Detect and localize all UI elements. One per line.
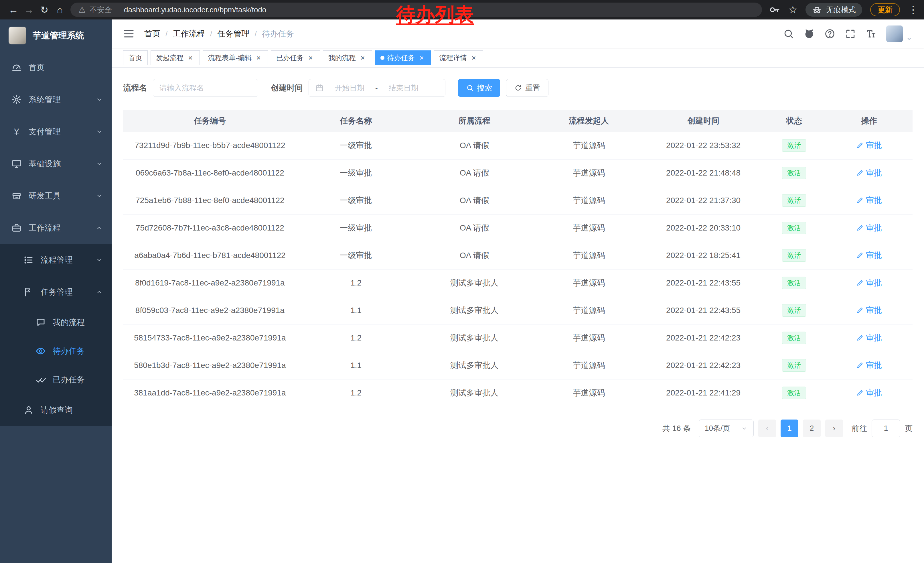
table-row: 381aa1dd-7ac8-11ec-a9e2-a2380e71991a1.2测…	[123, 379, 912, 407]
bookmark-star-icon[interactable]: ☆	[788, 4, 798, 16]
create-time-label: 创建时间	[271, 83, 303, 93]
browser-reload-icon[interactable]: ↻	[37, 2, 52, 18]
tab-label: 待办任务	[387, 53, 415, 62]
active-tab-dot	[380, 56, 384, 60]
url-text: dashboard.yudao.iocoder.cn/bpm/task/todo	[124, 6, 266, 14]
page-size-select[interactable]: 10条/页	[699, 419, 754, 437]
approve-link[interactable]: 审批	[856, 250, 882, 261]
approve-link[interactable]: 审批	[856, 195, 882, 206]
chat-icon	[36, 317, 46, 327]
sidebar-item-task-management[interactable]: 任务管理	[0, 276, 112, 308]
end-date-input[interactable]	[381, 84, 426, 93]
sidebar-item-process-management[interactable]: 流程管理	[0, 244, 112, 276]
sidebar-item-my-process[interactable]: 我的流程	[0, 308, 112, 337]
prev-page-button[interactable]: ‹	[758, 419, 776, 437]
approve-link[interactable]: 审批	[856, 360, 882, 371]
approve-link-label: 审批	[866, 140, 882, 151]
close-icon[interactable]: ×	[255, 54, 262, 62]
sidebar-item-infrastructure[interactable]: 基础设施	[0, 148, 112, 180]
breadcrumb-item[interactable]: 任务管理	[218, 29, 250, 39]
breadcrumb-item[interactable]: 首页	[144, 29, 160, 39]
font-size-icon[interactable]	[866, 29, 876, 39]
sidebar-item-todo-tasks[interactable]: 待办任务	[0, 337, 112, 365]
cell-action: 审批	[826, 352, 912, 379]
password-key-icon[interactable]	[769, 4, 780, 15]
goto-page-field[interactable]	[872, 419, 900, 437]
cell-starter: 芋道源码	[534, 269, 644, 297]
cell-process: 测试多审批人	[415, 379, 534, 407]
sidebar-item-done-tasks[interactable]: 已办任务	[0, 365, 112, 394]
sidebar-item-label: 工作流程	[28, 222, 89, 233]
sidebar-item-workflow[interactable]: 工作流程	[0, 212, 112, 244]
search-button[interactable]: 搜索	[458, 79, 500, 97]
gear-icon	[12, 95, 22, 105]
approve-link[interactable]: 审批	[856, 387, 882, 398]
tab-done-tasks[interactable]: 已办任务×	[271, 50, 320, 65]
cell-process: 测试多审批人	[415, 352, 534, 379]
cell-action: 审批	[826, 132, 912, 159]
tab-my-process[interactable]: 我的流程×	[323, 50, 372, 65]
process-name-field[interactable]	[153, 79, 258, 97]
address-divider	[118, 6, 118, 14]
process-name-input[interactable]	[159, 84, 252, 93]
close-icon[interactable]: ×	[418, 54, 426, 62]
browser-back-icon[interactable]: ←	[6, 2, 21, 18]
tab-process-form-edit[interactable]: 流程表单-编辑×	[202, 50, 268, 65]
approve-link[interactable]: 审批	[856, 222, 882, 233]
incognito-icon	[812, 5, 822, 15]
chevron-down-icon	[741, 425, 748, 432]
approve-link[interactable]: 审批	[856, 332, 882, 343]
breadcrumb-separator: /	[255, 29, 257, 38]
sidebar-item-label: 首页	[28, 62, 103, 73]
tab-todo-tasks[interactable]: 待办任务×	[375, 50, 431, 65]
edit-icon	[856, 142, 864, 149]
close-icon[interactable]: ×	[186, 54, 194, 62]
tab-home[interactable]: 首页	[123, 50, 148, 65]
date-range-picker[interactable]: -	[309, 79, 446, 97]
approve-link[interactable]: 审批	[856, 305, 882, 316]
tab-label: 已办任务	[276, 53, 304, 62]
search-icon[interactable]	[783, 29, 794, 39]
sidebar-item-payment-management[interactable]: ¥支付管理	[0, 116, 112, 148]
approve-link[interactable]: 审批	[856, 168, 882, 179]
cell-task-name: 1.1	[297, 297, 416, 324]
sidebar-item-dev-tools[interactable]: 研发工具	[0, 180, 112, 212]
github-icon[interactable]	[804, 29, 814, 39]
update-button[interactable]: 更新	[870, 3, 900, 17]
browser-forward-icon[interactable]: →	[21, 2, 37, 18]
browser-menu-icon[interactable]: ⋮	[908, 4, 918, 16]
close-icon[interactable]: ×	[358, 54, 367, 62]
user-menu[interactable]	[886, 26, 912, 42]
sidebar-item-home[interactable]: 首页	[0, 51, 112, 84]
tab-process-detail[interactable]: 流程详情×	[434, 50, 483, 65]
page-button-2[interactable]: 2	[803, 419, 820, 437]
page-button-1[interactable]: 1	[781, 419, 798, 437]
next-page-button[interactable]: ›	[825, 419, 843, 437]
sidebar-item-system-management[interactable]: 系统管理	[0, 84, 112, 116]
help-icon[interactable]	[824, 29, 835, 39]
list-icon	[24, 255, 34, 265]
tab-start-process[interactable]: 发起流程×	[151, 50, 200, 65]
column-header: 所属流程	[415, 110, 534, 132]
approve-link[interactable]: 审批	[856, 278, 882, 288]
close-icon[interactable]: ×	[470, 54, 478, 62]
sidebar-collapse-icon[interactable]	[123, 28, 135, 39]
goto-page-input[interactable]	[872, 424, 900, 433]
table-body: 73211d9d-7b9b-11ec-b5b7-acde48001122一级审批…	[123, 132, 912, 407]
cell-task-name: 一级审批	[297, 132, 416, 159]
cell-task-id: 8f0d1619-7ac8-11ec-a9e2-a2380e71991a	[123, 269, 297, 297]
browser-home-icon[interactable]: ⌂	[52, 2, 68, 18]
sidebar-item-label: 我的流程	[52, 317, 103, 328]
close-icon[interactable]: ×	[307, 54, 315, 62]
start-date-input[interactable]	[327, 84, 372, 93]
sidebar-item-label: 基础设施	[28, 158, 89, 169]
breadcrumb-item[interactable]: 工作流程	[173, 29, 205, 39]
sidebar-item-leave-query[interactable]: 请假查询	[0, 394, 112, 426]
app-logo[interactable]: 芋道管理系统	[0, 20, 112, 51]
app-title: 芋道管理系统	[33, 30, 84, 42]
approve-link-label: 审批	[866, 250, 882, 261]
sidebar-item-label: 流程管理	[40, 255, 89, 266]
approve-link[interactable]: 审批	[856, 140, 882, 151]
reset-button[interactable]: 重置	[506, 79, 549, 97]
fullscreen-icon[interactable]	[845, 29, 856, 39]
